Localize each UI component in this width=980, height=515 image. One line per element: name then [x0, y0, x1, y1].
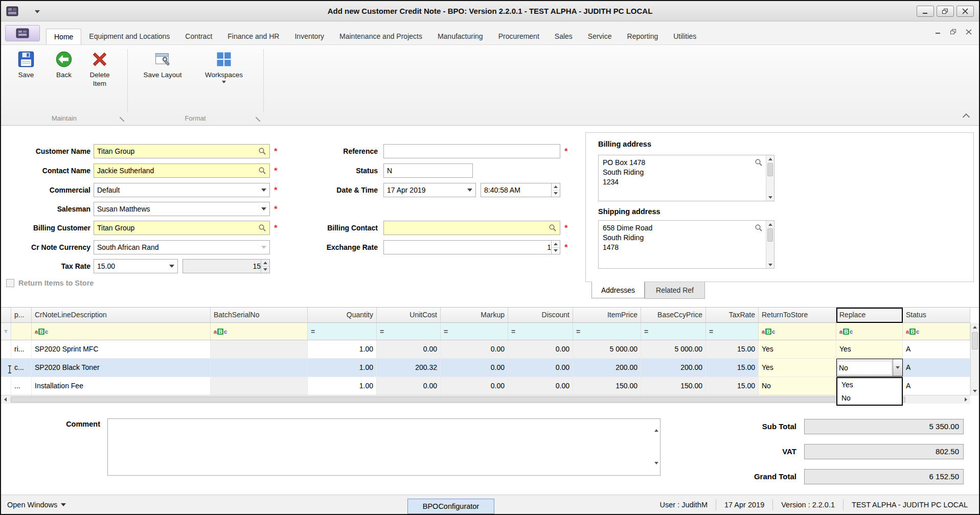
search-icon[interactable] — [549, 224, 557, 232]
dropdown-option-yes[interactable]: Yes — [837, 378, 902, 391]
scroll-right-icon[interactable] — [962, 395, 970, 404]
grid-row-1[interactable]: c...SP2020 Black Toner1.00200.320.000.00… — [1, 359, 979, 377]
tab-related-ref[interactable]: Related Ref — [645, 282, 705, 299]
workspaces-button[interactable]: Workspaces — [196, 50, 252, 83]
dropdown-option-no[interactable]: No — [837, 391, 902, 405]
grid-cell[interactable]: 200.32 — [377, 359, 441, 377]
grid-cell[interactable]: 150.00 — [573, 377, 641, 395]
tab-addresses[interactable]: Addresses — [591, 282, 645, 298]
grid-cell[interactable]: 0.00 — [508, 377, 573, 395]
grid-cell[interactable]: 0.00 — [508, 359, 573, 377]
grid-cell[interactable]: 5 000.00 — [573, 340, 641, 358]
grid-cell[interactable]: A — [903, 340, 970, 358]
grid-cell[interactable] — [1, 340, 11, 358]
back-button[interactable]: Back — [45, 50, 83, 79]
scroll-thumb[interactable] — [11, 396, 905, 403]
scroll-down-icon[interactable] — [654, 464, 658, 474]
grid-cell[interactable]: 0.00 — [441, 377, 508, 395]
taskbar-button-bpoconfigurator[interactable]: BPOConfigurator — [407, 499, 494, 514]
search-icon[interactable] — [258, 167, 266, 175]
tax-rate-dropdown[interactable]: 15.00 — [94, 259, 178, 273]
ribbon-tab-sales[interactable]: Sales — [547, 29, 580, 44]
tax-rate-amount-spinner[interactable]: 15 — [183, 259, 270, 273]
filter-cell-baseccyprice[interactable]: = — [641, 323, 706, 340]
column-header-crnotelinedescription[interactable]: CrNoteLineDescription — [32, 308, 211, 323]
application-menu-button[interactable] — [5, 25, 40, 41]
chevron-down-icon[interactable] — [467, 189, 472, 192]
column-header-baseccyprice[interactable]: BaseCcyPrice — [641, 308, 706, 323]
date-dropdown[interactable]: 17 Apr 2019 — [383, 183, 476, 197]
shipping-address-box[interactable]: 658 Dime Road South Riding 1478 — [598, 220, 774, 269]
filter-cell-crnotelinedescription[interactable]: aBc — [32, 323, 211, 340]
column-header-markup[interactable]: Markup — [441, 308, 508, 323]
billing-contact-field[interactable] — [383, 221, 560, 235]
scroll-thumb[interactable] — [767, 228, 773, 242]
commercial-dropdown[interactable]: Default — [94, 183, 270, 197]
scroll-thumb[interactable] — [972, 332, 978, 349]
column-header-row-indicator[interactable] — [1, 308, 11, 323]
scroll-up-icon[interactable] — [654, 420, 658, 430]
reference-field[interactable] — [383, 144, 560, 158]
filter-cell-replace[interactable]: aBc — [836, 323, 903, 340]
shipping-address-scrollbar[interactable] — [766, 221, 774, 268]
ribbon-collapse-icon[interactable] — [963, 113, 970, 121]
grid-row-0[interactable]: ri...SP2020 Sprint MFC1.000.000.000.005 … — [1, 340, 979, 359]
scroll-down-icon[interactable] — [766, 194, 774, 201]
grid-cell[interactable]: 1.00 — [308, 377, 377, 395]
grid-cell[interactable]: 0.00 — [508, 340, 573, 358]
scroll-left-icon[interactable] — [1, 395, 10, 404]
search-icon[interactable] — [258, 147, 266, 155]
return-items-to-store-checkbox[interactable]: Return Items to Store — [6, 279, 94, 287]
billing-address-box[interactable]: PO Box 1478 South Riding 1234 — [598, 155, 774, 201]
filter-cell-quantity[interactable]: = — [308, 323, 377, 340]
column-header-replace[interactable]: Replace — [836, 308, 903, 323]
cr-note-currency-dropdown[interactable]: South African Rand — [94, 240, 270, 254]
grid-cell[interactable] — [211, 377, 308, 395]
grid-cell[interactable]: ... — [11, 377, 32, 395]
billing-customer-field[interactable]: Titan Group — [94, 221, 270, 235]
column-header-taxrate[interactable]: TaxRate — [706, 308, 759, 323]
spinner-buttons[interactable] — [551, 183, 560, 197]
column-header-returntostore[interactable]: ReturnToStore — [759, 308, 836, 323]
scroll-up-icon[interactable] — [971, 323, 979, 331]
column-header-unitcost[interactable]: UnitCost — [377, 308, 441, 323]
dropdown-button[interactable] — [893, 359, 902, 376]
grid-cell[interactable]: 15.00 — [706, 340, 759, 358]
checkbox-icon[interactable] — [6, 279, 14, 287]
grid-cell[interactable]: 0.00 — [377, 340, 441, 358]
ribbon-tab-service[interactable]: Service — [580, 29, 620, 44]
chevron-down-icon[interactable] — [261, 207, 266, 210]
column-header-itemprice[interactable]: ItemPrice — [573, 308, 641, 323]
grid-cell[interactable]: 1.00 — [308, 340, 377, 358]
column-header-p...[interactable]: p... — [11, 308, 32, 323]
mdi-restore-button[interactable] — [949, 28, 958, 35]
grid-horizontal-scrollbar[interactable] — [1, 395, 970, 404]
column-header-batchserialno[interactable]: BatchSerialNo — [211, 308, 308, 323]
filter-cell-returntostore[interactable]: aBc — [759, 323, 836, 340]
filter-cell-taxrate[interactable]: = — [706, 323, 759, 340]
customer-name-field[interactable]: Titan Group — [94, 144, 270, 158]
filter-cell-batchserialno[interactable]: aBc — [211, 323, 308, 340]
ribbon-tab-contract[interactable]: Contract — [177, 29, 220, 44]
ribbon-tab-reporting[interactable]: Reporting — [620, 29, 666, 44]
grid-cell[interactable]: 15.00 — [706, 377, 759, 395]
exchange-rate-spinner[interactable]: 1 — [383, 240, 560, 254]
grid-cell[interactable]: 5 000.00 — [641, 340, 706, 358]
filter-cell-discount[interactable]: = — [508, 323, 573, 340]
grid-cell[interactable]: SP2020 Black Toner — [32, 359, 211, 377]
chevron-down-icon[interactable] — [261, 189, 266, 192]
comment-textarea[interactable] — [107, 418, 660, 476]
filter-cell-p...[interactable] — [11, 323, 32, 340]
grid-cell[interactable]: A — [903, 377, 970, 395]
replace-cell-editor[interactable]: No — [836, 359, 903, 377]
ribbon-tab-equipment-and-locations[interactable]: Equipment and Locations — [81, 29, 177, 44]
grid-cell[interactable]: Yes — [759, 359, 836, 377]
grid-cell[interactable] — [211, 359, 308, 377]
mdi-minimize-button[interactable] — [934, 28, 942, 35]
grid-cell[interactable]: 0.00 — [377, 377, 441, 395]
grid-cell[interactable]: ri... — [11, 340, 32, 358]
spinner-buttons[interactable] — [261, 260, 269, 273]
ribbon-tab-maintenance-and-projects[interactable]: Maintenance and Projects — [332, 29, 430, 44]
grid-vertical-scrollbar[interactable] — [970, 323, 979, 395]
scroll-thumb[interactable] — [767, 163, 773, 176]
